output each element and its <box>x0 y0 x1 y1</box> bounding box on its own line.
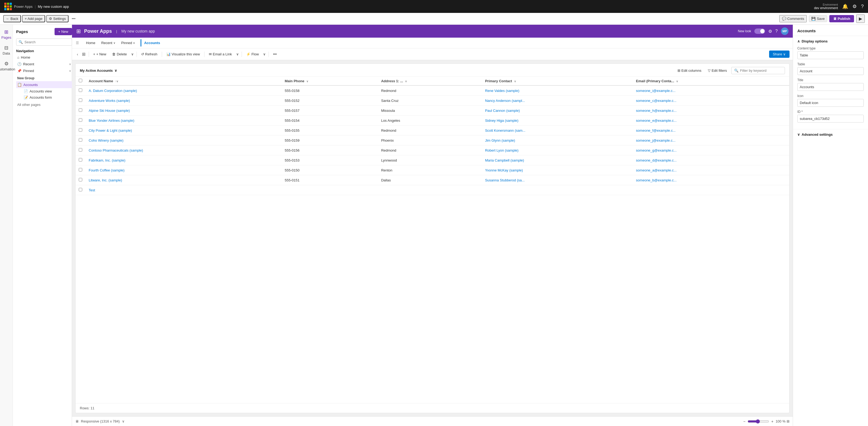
comments-button[interactable]: 💬 Comments <box>779 15 807 22</box>
responsive-chevron-icon[interactable]: ∨ <box>122 419 125 423</box>
nav-subitem-accounts-form[interactable]: 📝 Accounts form <box>16 94 72 100</box>
email-link-9[interactable]: someone_b@example.c... <box>636 178 677 182</box>
account-name-link-3[interactable]: Blue Yonder Airlines (sample) <box>89 119 134 123</box>
row-checkbox-8[interactable] <box>79 168 82 172</box>
publish-button[interactable]: 🖥 Publish <box>829 15 854 22</box>
contact-link-3[interactable]: Sidney Higa (sample) <box>485 119 518 123</box>
contact-link-2[interactable]: Paul Cannon (sample) <box>485 109 520 113</box>
id-input[interactable] <box>797 115 864 123</box>
account-name-link-10[interactable]: Test <box>89 188 95 192</box>
recent-link[interactable]: Recent ∨ <box>99 39 118 47</box>
row-checkbox-5[interactable] <box>79 138 82 142</box>
table-input[interactable] <box>797 67 864 75</box>
account-name-link-2[interactable]: Alpine Ski House (sample) <box>89 109 130 113</box>
view-title[interactable]: My Active Accounts ∨ <box>80 68 117 72</box>
contact-link-8[interactable]: Yvonne McKay (sample) <box>485 168 523 172</box>
email-link-2[interactable]: someone_h@example.c... <box>636 109 677 113</box>
row-checkbox-7[interactable] <box>79 158 82 161</box>
email-link-button[interactable]: ✉ Email a Link <box>206 51 235 58</box>
row-checkbox-9[interactable] <box>79 178 82 181</box>
flow-chevron-button[interactable]: ∨ <box>262 51 267 58</box>
visualize-button[interactable]: 📊 Visualize this view <box>164 51 203 58</box>
settings-icon[interactable]: ⚙ <box>852 3 857 9</box>
header-address[interactable]: Address 1: ... ∨ <box>378 77 482 86</box>
account-name-link-9[interactable]: Litware, Inc. (sample) <box>89 178 122 182</box>
edit-columns-button[interactable]: ⊞ Edit columns <box>675 67 704 74</box>
settings-button[interactable]: ⚙ Settings <box>46 15 68 22</box>
search-input[interactable] <box>25 40 70 44</box>
header-main-phone[interactable]: Main Phone ∨ <box>281 77 378 86</box>
sidebar-item-data[interactable]: ⊟ Data <box>0 43 13 58</box>
toolbar-back-button[interactable]: ‹ <box>75 51 80 58</box>
account-name-link-7[interactable]: Fabrikam, Inc. (sample) <box>89 158 125 162</box>
icon-input[interactable] <box>797 99 864 107</box>
row-checkbox-4[interactable] <box>79 128 82 132</box>
pa-settings-icon[interactable]: ⚙ <box>768 29 772 34</box>
nav-item-pinned[interactable]: 📌 Pinned ∨ <box>16 67 72 74</box>
pa-help-icon[interactable]: ? <box>775 29 778 34</box>
accounts-link[interactable]: Accounts <box>141 39 163 47</box>
new-look-toggle[interactable] <box>754 29 765 34</box>
rs-display-options-header[interactable]: ∧ Display options <box>797 39 864 43</box>
zoom-out-button[interactable]: − <box>742 419 747 424</box>
row-checkbox-6[interactable] <box>79 148 82 152</box>
sidebar-item-pages[interactable]: ⊞ Pages <box>0 27 13 42</box>
pinned-link[interactable]: Pinned ∨ <box>119 39 137 47</box>
delete-chevron-button[interactable]: ∨ <box>130 51 135 58</box>
content-type-input[interactable] <box>797 51 864 59</box>
email-link-7[interactable]: someone_d@example.c... <box>636 158 677 162</box>
contact-link-9[interactable]: Susanna Stubberod (sa... <box>485 178 525 182</box>
header-primary-contact[interactable]: Primary Contact ∨ <box>482 77 633 86</box>
contact-link-6[interactable]: Robert Lyon (sample) <box>485 148 519 152</box>
row-checkbox-1[interactable] <box>79 98 82 102</box>
email-link-4[interactable]: someone_f@example.c... <box>636 128 676 132</box>
email-link-5[interactable]: someone_j@example.c... <box>636 139 676 143</box>
flow-button[interactable]: ⚡ Flow <box>244 51 261 58</box>
refresh-button[interactable]: ↺ Refresh <box>138 51 160 58</box>
contact-link-4[interactable]: Scott Konersmann (sam... <box>485 128 525 132</box>
edit-filters-button[interactable]: ▽ Edit filters <box>706 67 729 74</box>
header-account-name[interactable]: Account Name ↑∨ <box>86 77 281 86</box>
account-name-link-1[interactable]: Adventure Works (sample) <box>89 99 130 103</box>
row-checkbox-2[interactable] <box>79 108 82 112</box>
zoom-in-button[interactable]: + <box>770 419 774 424</box>
search-box[interactable]: 🔍 <box>16 38 72 46</box>
email-link-1[interactable]: someone_c@example.c... <box>636 99 677 103</box>
contact-link-0[interactable]: Rene Valdes (sample) <box>485 89 520 93</box>
filter-keyword-input[interactable] <box>740 68 782 72</box>
view-toggle-button[interactable]: ⊞ <box>80 51 87 58</box>
pa-avatar[interactable]: MP <box>781 27 788 35</box>
notification-icon[interactable]: 🔔 <box>842 3 848 9</box>
more-options-button[interactable]: ••• <box>70 16 78 22</box>
row-checkbox-3[interactable] <box>79 118 82 122</box>
account-name-link-5[interactable]: Coho Winery (sample) <box>89 139 123 143</box>
play-button[interactable]: ▶ <box>856 14 865 23</box>
account-name-link-8[interactable]: Fourth Coffee (sample) <box>89 168 124 172</box>
home-link[interactable]: Home <box>83 39 98 47</box>
email-link-6[interactable]: someone_g@example.c... <box>636 148 677 152</box>
select-all-checkbox[interactable] <box>79 79 82 82</box>
save-button[interactable]: 💾 Save <box>809 15 827 22</box>
header-email[interactable]: Email (Primary Conta... ∨ <box>633 77 789 86</box>
contact-link-7[interactable]: Maria Campbell (sample) <box>485 158 524 162</box>
account-name-link-0[interactable]: A. Datum Corporation (sample) <box>89 89 137 93</box>
contact-link-1[interactable]: Nancy Anderson (sampl... <box>485 99 525 103</box>
new-page-button[interactable]: + New <box>55 28 72 35</box>
help-icon[interactable]: ? <box>861 4 864 9</box>
back-button[interactable]: ← Back <box>3 15 21 22</box>
add-page-button[interactable]: + Add page <box>22 15 45 22</box>
zoom-slider[interactable] <box>748 419 769 424</box>
nav-item-home[interactable]: ⌂ Home <box>16 54 72 61</box>
title-input[interactable] <box>797 83 864 91</box>
nav-item-accounts[interactable]: 📋 Accounts <box>16 81 72 88</box>
account-name-link-4[interactable]: City Power & Light (sample) <box>89 128 132 132</box>
contact-link-5[interactable]: Jim Glynn (sample) <box>485 139 515 143</box>
filter-input-box[interactable]: 🔍 <box>731 67 785 74</box>
delete-button[interactable]: 🗑 Delete <box>110 51 129 58</box>
share-button[interactable]: Share ∨ <box>769 51 789 58</box>
email-chevron-button[interactable]: ∨ <box>235 51 240 58</box>
nav-subitem-accounts-view[interactable]: 📄 Accounts view <box>16 88 72 94</box>
email-link-3[interactable]: someone_e@example.c... <box>636 119 677 123</box>
more-actions-button[interactable]: ••• <box>270 51 279 58</box>
account-name-link-6[interactable]: Contoso Pharmaceuticals (sample) <box>89 148 143 152</box>
